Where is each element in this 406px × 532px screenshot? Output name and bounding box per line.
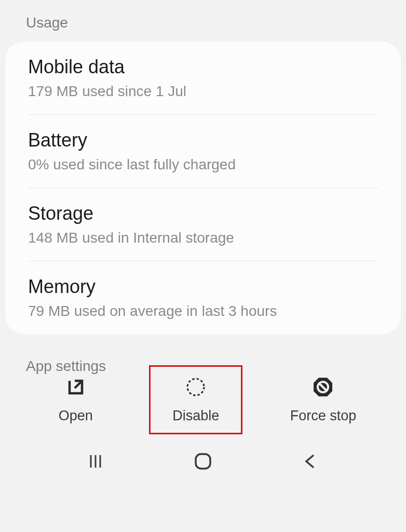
disable-icon — [184, 376, 207, 398]
recents-button[interactable] — [84, 450, 107, 473]
mobile-data-item[interactable]: Mobile data 179 MB used since 1 Jul — [5, 42, 401, 114]
home-button[interactable] — [192, 450, 214, 473]
navigation-bar — [0, 441, 406, 482]
svg-point-0 — [187, 379, 204, 395]
usage-card: Mobile data 179 MB used since 1 Jul Batt… — [5, 42, 401, 334]
storage-subtitle: 148 MB used in Internal storage — [28, 230, 378, 246]
back-button[interactable] — [299, 450, 322, 473]
open-icon — [64, 376, 87, 398]
battery-item[interactable]: Battery 0% used since last fully charged — [5, 115, 401, 188]
action-bar: Open Disable Force stop — [0, 365, 406, 434]
svg-rect-6 — [196, 454, 210, 469]
back-icon — [301, 452, 320, 471]
mobile-data-title: Mobile data — [28, 56, 378, 78]
memory-item[interactable]: Memory 79 MB used on average in last 3 h… — [5, 261, 401, 334]
open-button[interactable]: Open — [29, 365, 123, 434]
memory-subtitle: 79 MB used on average in last 3 hours — [28, 303, 378, 320]
storage-item[interactable]: Storage 148 MB used in Internal storage — [5, 188, 401, 261]
disable-label: Disable — [172, 408, 219, 424]
force-stop-icon — [312, 376, 334, 398]
recents-icon — [86, 452, 105, 471]
force-stop-label: Force stop — [290, 408, 357, 424]
mobile-data-subtitle: 179 MB used since 1 Jul — [28, 83, 378, 100]
usage-section-header: Usage — [0, 0, 406, 42]
force-stop-button[interactable]: Force stop — [269, 365, 377, 434]
storage-title: Storage — [28, 203, 378, 224]
battery-title: Battery — [28, 129, 378, 151]
home-icon — [193, 451, 213, 472]
disable-button[interactable]: Disable — [149, 365, 242, 434]
open-label: Open — [59, 408, 93, 424]
battery-subtitle: 0% used since last fully charged — [28, 156, 378, 173]
memory-title: Memory — [28, 276, 378, 298]
